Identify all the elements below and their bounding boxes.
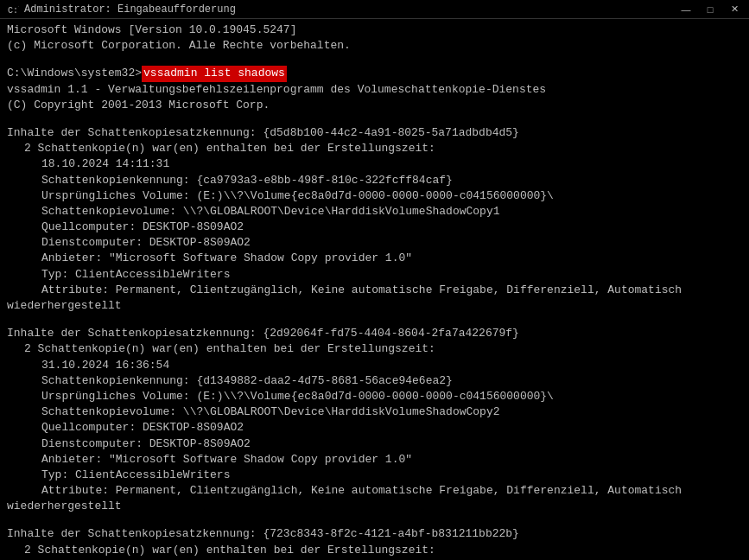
console-line: (C) Copyright 2001-2013 Microsoft Corp. <box>7 98 742 113</box>
window-title: Administrator: Eingabeaufforderung <box>24 3 236 16</box>
console-line: Attribute: Permanent, Clientzugänglich, … <box>7 283 742 298</box>
prompt-line: C:\Windows\system32>vssadmin list shadow… <box>7 66 742 81</box>
console-line: Typ: ClientAccessibleWriters <box>7 468 742 483</box>
console-line: Schattenkopienkennung: {ca9793a3-e8bb-49… <box>7 173 742 188</box>
console-line: Schattenkopievolume: \\?\GLOBALROOT\Devi… <box>7 204 742 220</box>
console-line: Dienstcomputer: DESKTOP-8S09AO2 <box>7 436 742 452</box>
minimize-button[interactable]: — <box>675 2 697 17</box>
prompt-path: C:\Windows\system32> <box>7 66 142 81</box>
console-line: Schattenkopienkennung: {d1349882-daa2-4d… <box>7 373 742 389</box>
command-text: vssadmin list shadows <box>142 66 287 81</box>
console-line: Microsoft Windows [Version 10.0.19045.52… <box>7 22 742 38</box>
console-line: Dienstcomputer: DESKTOP-8S09AO2 <box>7 235 742 251</box>
console-line: Quellcomputer: DESKTOP-8S09AO2 <box>7 220 742 235</box>
svg-text:C:\: C:\ <box>8 6 19 16</box>
title-bar: C:\ Administrator: Eingabeaufforderung —… <box>0 0 749 19</box>
close-button[interactable]: ✕ <box>723 2 746 17</box>
console-line: 2 Schattenkopie(n) war(en) enthalten bei… <box>7 341 742 357</box>
console-line: Schattenkopievolume: \\?\GLOBALROOT\Devi… <box>7 404 742 420</box>
console-line: wiederhergestellt <box>7 298 742 314</box>
console-line: Inhalte der Schattenkopiesatzkennung: {2… <box>7 326 742 341</box>
console-output: Microsoft Windows [Version 10.0.19045.52… <box>0 19 749 560</box>
console-line: 2 Schattenkopie(n) war(en) enthalten bei… <box>7 543 742 558</box>
console-line: 31.10.2024 16:36:54 <box>7 358 742 373</box>
console-line: Inhalte der Schattenkopiesatzkennung: {7… <box>7 526 742 542</box>
console-line: Anbieter: "Microsoft Software Shadow Cop… <box>7 452 742 468</box>
window-controls: — □ ✕ <box>675 2 746 17</box>
console-line: Ursprüngliches Volume: (E:)\\?\Volume{ec… <box>7 389 742 404</box>
console-line: (c) Microsoft Corporation. Alle Rechte v… <box>7 38 742 54</box>
console-line: Typ: ClientAccessibleWriters <box>7 267 742 283</box>
title-bar-left: C:\ Administrator: Eingabeaufforderung <box>7 3 236 16</box>
console-line: Ursprüngliches Volume: (E:)\\?\Volume{ec… <box>7 188 742 204</box>
cmd-icon: C:\ <box>7 3 19 16</box>
console-line: Anbieter: "Microsoft Software Shadow Cop… <box>7 251 742 266</box>
console-line: Inhalte der Schattenkopiesatzkennung: {d… <box>7 125 742 141</box>
console-line: 18.10.2024 14:11:31 <box>7 156 742 172</box>
console-line: Quellcomputer: DESKTOP-8S09AO2 <box>7 420 742 436</box>
console-line: vssadmin 1.1 - Verwaltungsbefehlszeilenp… <box>7 82 742 98</box>
console-line: 2 Schattenkopie(n) war(en) enthalten bei… <box>7 141 742 156</box>
console-line: Attribute: Permanent, Clientzugänglich, … <box>7 483 742 499</box>
maximize-button[interactable]: □ <box>699 2 721 17</box>
cmd-window: C:\ Administrator: Eingabeaufforderung —… <box>0 0 749 560</box>
console-line: wiederhergestellt <box>7 499 742 514</box>
